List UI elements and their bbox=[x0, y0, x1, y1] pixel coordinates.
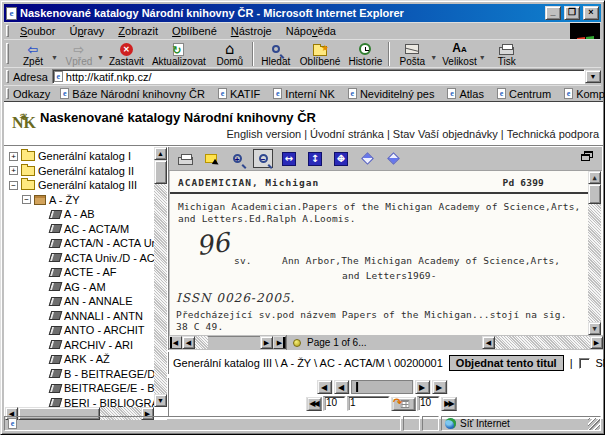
minimize-button[interactable]: _ bbox=[545, 6, 561, 20]
skip-back-button[interactable]: ◀◀ bbox=[306, 397, 321, 411]
viewer-window-icon[interactable] bbox=[581, 151, 594, 162]
prev-page-button[interactable]: ◀ bbox=[182, 336, 195, 349]
header-link[interactable]: Úvodní stránka bbox=[310, 128, 384, 140]
viewer-vscroll-thumb[interactable] bbox=[588, 184, 601, 204]
header-link[interactable]: Technická podpora bbox=[507, 128, 599, 140]
tree-item[interactable]: A - AB bbox=[5, 207, 154, 222]
menu-item-úpravy[interactable]: Úpravy bbox=[62, 24, 111, 38]
address-input[interactable]: e http://katif.nkp.cz/ bbox=[52, 69, 585, 84]
viewer-scroll-down-icon[interactable]: ▼ bbox=[588, 322, 601, 335]
tree-item[interactable]: ARK - AŽ bbox=[5, 352, 154, 367]
toolbar-button-mail[interactable]: Pošta bbox=[392, 41, 432, 67]
tree-item[interactable]: ACTE - AF bbox=[5, 265, 154, 280]
toolbar-button-print[interactable]: Tisk bbox=[487, 41, 527, 67]
menu-bar-grip[interactable] bbox=[6, 25, 9, 37]
link-item[interactable]: eCentrum bbox=[497, 88, 551, 100]
link-item[interactable]: eAtlas bbox=[447, 88, 483, 100]
current-record-input[interactable]: 1 bbox=[347, 396, 389, 411]
tree-item[interactable]: +Generální katalog I bbox=[5, 149, 154, 164]
goto-record-button[interactable]: ↷ bbox=[391, 397, 415, 411]
tree-item[interactable]: ANNALI - ANTN bbox=[5, 309, 154, 324]
tree-item[interactable]: ANTO - ARCHIT bbox=[5, 323, 154, 338]
tree-item[interactable]: ACTA Univ./D - ACTA/Z bbox=[5, 251, 154, 266]
hide-toolbar-checkbox[interactable] bbox=[579, 358, 590, 369]
page-slider-track[interactable] bbox=[208, 336, 260, 349]
tree-vertical-scrollbar[interactable]: ▲ ▼ bbox=[154, 147, 167, 407]
skip-back-step-input[interactable]: 10 bbox=[323, 396, 345, 411]
tree-item[interactable]: AC - ACTA/M bbox=[5, 222, 154, 237]
menu-item-zobrazit[interactable]: Zobrazit bbox=[111, 24, 165, 38]
link-item[interactable]: eNeviditelný pes bbox=[348, 88, 435, 100]
header-link[interactable]: English version bbox=[227, 128, 302, 140]
close-button[interactable]: × bbox=[583, 6, 599, 20]
toolbar-button-home[interactable]: ⌂Domů bbox=[210, 41, 250, 67]
tree-vscroll-track[interactable] bbox=[154, 184, 167, 394]
header-link[interactable]: Stav Vaší objednávky bbox=[393, 128, 498, 140]
dropdown-arrow-icon[interactable]: ▼ bbox=[479, 54, 486, 61]
toolbar-button-favorites[interactable]: ★Oblíbené bbox=[296, 41, 345, 67]
last-page-button[interactable]: ▶ bbox=[273, 336, 286, 349]
skip-forward-button[interactable]: ▶▶ bbox=[441, 397, 456, 411]
expand-plus-icon[interactable]: + bbox=[9, 166, 18, 175]
restore-button[interactable]: ❐ bbox=[564, 6, 580, 20]
zoom-in-icon[interactable]: + bbox=[227, 149, 247, 168]
dropdown-arrow-icon[interactable]: ▼ bbox=[430, 54, 437, 61]
pan-icon[interactable] bbox=[201, 149, 221, 168]
tree-item[interactable]: BEITRAEGE/E - BERC bbox=[5, 381, 154, 396]
record-position-track[interactable] bbox=[351, 380, 413, 394]
viewer-scroll-up-icon[interactable]: ▲ bbox=[588, 171, 601, 184]
link-item[interactable]: eKompas bbox=[564, 88, 605, 100]
link-item[interactable]: eKATIF bbox=[218, 88, 260, 100]
skip-forward-step-input[interactable]: 10 bbox=[417, 396, 439, 411]
toolbar-grip[interactable] bbox=[6, 43, 9, 64]
menu-item-nápověda[interactable]: Nápověda bbox=[279, 24, 343, 38]
menu-item-soubor[interactable]: Soubor bbox=[13, 24, 62, 38]
fit-height-icon[interactable]: ↕ bbox=[305, 149, 325, 168]
address-bar-grip[interactable] bbox=[6, 70, 9, 83]
tree-item[interactable]: −A - ŽY bbox=[5, 193, 154, 208]
viewer-vscroll-track[interactable] bbox=[588, 204, 601, 322]
dropdown-arrow-icon[interactable]: ▼ bbox=[51, 54, 58, 61]
tree-item[interactable]: ACTA/N - ACTA Univ./C bbox=[5, 236, 154, 251]
order-title-button[interactable]: Objednat tento titul bbox=[449, 355, 564, 371]
last-record-button[interactable]: ▶ bbox=[432, 380, 447, 394]
toolbar-button-font-size[interactable]: AAVelikost bbox=[438, 41, 480, 67]
diamond-next-icon[interactable] bbox=[383, 149, 403, 168]
first-page-button[interactable]: ◀ bbox=[169, 336, 182, 349]
scanned-card-image[interactable]: ACADEMICIAN, Michigan Pd 6399 Michigan A… bbox=[170, 171, 602, 335]
tree-item[interactable]: AN - ANNALE bbox=[5, 294, 154, 309]
viewer-scroll-right-icon[interactable]: ▶ bbox=[590, 336, 603, 349]
toolbar-button-forward[interactable]: ⇨Vpřed bbox=[59, 41, 99, 67]
tree-item[interactable]: BERI - BIBLIOGRAFIA bbox=[5, 396, 154, 408]
tree-item[interactable]: ARCHIV - ARI bbox=[5, 338, 154, 353]
expand-plus-icon[interactable]: + bbox=[9, 152, 18, 161]
viewer-scroll-left-icon[interactable]: ◀ bbox=[482, 336, 495, 349]
link-item[interactable]: eBáze Národní knihovny ČR bbox=[60, 88, 205, 100]
tree-item[interactable]: −Generální katalog III bbox=[5, 178, 154, 193]
viewer-hscroll-track[interactable] bbox=[495, 336, 590, 349]
link-item[interactable]: eInterní NK bbox=[273, 88, 335, 100]
menu-item-nástroje[interactable]: Nástroje bbox=[224, 24, 279, 38]
next-page-button[interactable]: ▶ bbox=[260, 336, 273, 349]
fit-width-icon[interactable]: ↔ bbox=[279, 149, 299, 168]
diamond-prev-icon[interactable] bbox=[357, 149, 377, 168]
prev-record-button[interactable]: ◀ bbox=[334, 380, 349, 394]
resize-grip[interactable] bbox=[588, 418, 600, 430]
first-record-button[interactable]: ◀ bbox=[317, 380, 332, 394]
next-record-button[interactable]: ▶ bbox=[415, 380, 430, 394]
scroll-down-icon[interactable]: ▼ bbox=[154, 394, 167, 407]
toolbar-button-stop[interactable]: ✕Zastavit bbox=[105, 41, 148, 67]
links-bar-grip[interactable] bbox=[6, 88, 9, 99]
toolbar-button-search[interactable]: Hledat bbox=[256, 41, 296, 67]
print-icon[interactable] bbox=[175, 149, 195, 168]
tree-item[interactable]: B - BEITRAEGE/D bbox=[5, 367, 154, 382]
collapse-minus-icon[interactable]: − bbox=[9, 181, 18, 190]
zoom-out-icon[interactable]: − bbox=[253, 149, 273, 168]
tree-vscroll-thumb[interactable] bbox=[154, 160, 167, 184]
address-dropdown-button[interactable]: ▼ bbox=[585, 70, 601, 83]
menu-item-oblíbené[interactable]: Oblíbené bbox=[165, 24, 224, 38]
fit-page-icon[interactable]: ↔↕ bbox=[331, 149, 351, 168]
toolbar-button-back[interactable]: ⇦Zpět bbox=[13, 41, 53, 67]
page-slider-thumb[interactable] bbox=[195, 336, 208, 349]
tree-item[interactable]: +Generální katalog II bbox=[5, 164, 154, 179]
